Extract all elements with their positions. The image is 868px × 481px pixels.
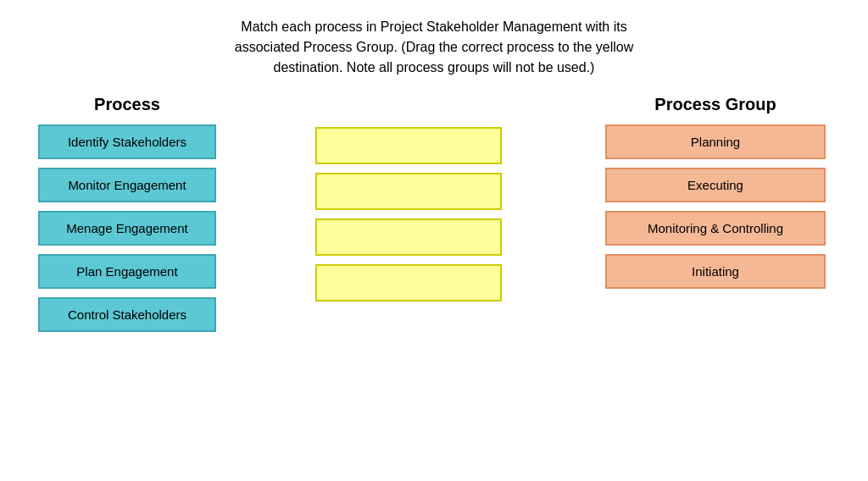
process-item-monitor-engagement[interactable]: Monitor Engagement — [38, 168, 216, 202]
group-item-initiating: Initiating — [605, 254, 826, 289]
process-item-menage-engagement[interactable]: Menage Engagement — [38, 211, 216, 246]
process-item-plan-engagement[interactable]: Plan Engagement — [38, 254, 216, 289]
main-area: Process Identify Stakeholders Monitor En… — [34, 95, 834, 340]
process-group-header: Process Group — [654, 95, 776, 114]
process-column: Process Identify Stakeholders Monitor En… — [34, 95, 220, 340]
drop-box-1[interactable] — [315, 127, 502, 164]
drop-box-2[interactable] — [315, 173, 502, 210]
process-item-identify-stakeholders[interactable]: Identify Stakeholders — [38, 124, 216, 159]
instructions-text: Match each process in Project Stakeholde… — [235, 17, 633, 78]
group-item-planning: Planning — [605, 124, 826, 159]
group-item-executing: Executing — [605, 168, 826, 202]
group-item-monitoring-controlling: Monitoring & Controlling — [605, 211, 826, 246]
instruction-line1: Match each process in Project Stakeholde… — [241, 19, 626, 34]
group-column: Process Group Planning Executing Monitor… — [597, 95, 834, 297]
instruction-line2: associated Process Group. (Drag the corr… — [235, 40, 633, 54]
drop-box-3[interactable] — [315, 218, 502, 256]
process-header: Process — [94, 95, 160, 114]
drop-box-4[interactable] — [315, 264, 502, 301]
drop-column — [311, 127, 506, 310]
instruction-line3: destination. Note all process groups wil… — [274, 60, 595, 75]
process-item-control-stakeholders[interactable]: Control Stakeholders — [38, 297, 216, 332]
